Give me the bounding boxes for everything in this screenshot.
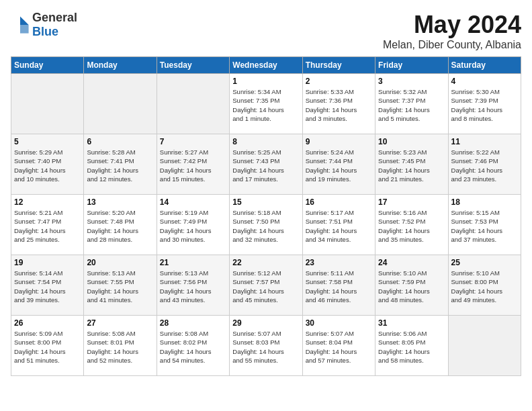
calendar-cell: 15Sunrise: 5:18 AM Sunset: 7:50 PM Dayli… (230, 195, 302, 255)
calendar-cell: 30Sunrise: 5:07 AM Sunset: 8:04 PM Dayli… (302, 316, 375, 376)
calendar-cell (84, 74, 157, 134)
day-info: Sunrise: 5:18 AM Sunset: 7:50 PM Dayligh… (232, 208, 299, 244)
day-number: 9 (306, 137, 372, 146)
calendar-cell: 6Sunrise: 5:28 AM Sunset: 7:41 PM Daylig… (84, 134, 157, 195)
calendar-table: SundayMondayTuesdayWednesdayThursdayFrid… (11, 56, 521, 376)
day-number: 20 (87, 258, 153, 267)
day-number: 25 (451, 258, 518, 267)
day-number: 17 (378, 197, 445, 207)
svg-marker-1 (20, 25, 29, 34)
calendar-cell: 23Sunrise: 5:11 AM Sunset: 7:58 PM Dayli… (302, 255, 375, 316)
day-info: Sunrise: 5:08 AM Sunset: 8:02 PM Dayligh… (160, 329, 226, 365)
calendar-cell: 18Sunrise: 5:15 AM Sunset: 7:53 PM Dayli… (448, 195, 521, 255)
day-info: Sunrise: 5:28 AM Sunset: 7:41 PM Dayligh… (87, 148, 153, 183)
logo: General Blue (11, 11, 77, 39)
day-info: Sunrise: 5:30 AM Sunset: 7:39 PM Dayligh… (451, 87, 518, 123)
day-number: 24 (378, 258, 445, 267)
weekday-header-saturday: Saturday (448, 57, 521, 74)
calendar-week-2: 5Sunrise: 5:29 AM Sunset: 7:40 PM Daylig… (11, 134, 521, 195)
day-info: Sunrise: 5:11 AM Sunset: 7:58 PM Dayligh… (306, 269, 372, 304)
day-info: Sunrise: 5:15 AM Sunset: 7:53 PM Dayligh… (451, 208, 518, 244)
calendar-week-1: 1Sunrise: 5:34 AM Sunset: 7:35 PM Daylig… (11, 74, 521, 134)
calendar-cell: 16Sunrise: 5:17 AM Sunset: 7:51 PM Dayli… (302, 195, 375, 255)
logo-blue: Blue (32, 25, 58, 38)
day-number: 31 (378, 318, 445, 328)
svg-marker-0 (20, 16, 29, 25)
calendar-cell: 26Sunrise: 5:09 AM Sunset: 8:00 PM Dayli… (11, 316, 84, 376)
day-number: 1 (232, 77, 299, 86)
day-number: 27 (87, 318, 153, 328)
day-number: 8 (232, 137, 299, 146)
calendar-cell: 24Sunrise: 5:10 AM Sunset: 7:59 PM Dayli… (375, 255, 448, 316)
calendar-cell (157, 74, 229, 134)
calendar-cell: 31Sunrise: 5:06 AM Sunset: 8:05 PM Dayli… (375, 316, 448, 376)
logo-general: General (32, 11, 77, 24)
day-info: Sunrise: 5:06 AM Sunset: 8:05 PM Dayligh… (378, 329, 445, 365)
calendar-cell: 1Sunrise: 5:34 AM Sunset: 7:35 PM Daylig… (230, 74, 302, 134)
calendar-cell: 17Sunrise: 5:16 AM Sunset: 7:52 PM Dayli… (375, 195, 448, 255)
logo-icon (11, 15, 30, 34)
day-number: 6 (87, 137, 153, 146)
day-number: 19 (14, 258, 81, 267)
day-info: Sunrise: 5:08 AM Sunset: 8:01 PM Dayligh… (87, 329, 153, 365)
calendar-cell: 12Sunrise: 5:21 AM Sunset: 7:47 PM Dayli… (11, 195, 84, 255)
calendar-cell: 2Sunrise: 5:33 AM Sunset: 7:36 PM Daylig… (302, 74, 375, 134)
calendar-cell: 27Sunrise: 5:08 AM Sunset: 8:01 PM Dayli… (84, 316, 157, 376)
day-info: Sunrise: 5:10 AM Sunset: 7:59 PM Dayligh… (378, 269, 445, 304)
calendar-cell: 20Sunrise: 5:13 AM Sunset: 7:55 PM Dayli… (84, 255, 157, 316)
day-number: 13 (87, 197, 153, 207)
day-info: Sunrise: 5:20 AM Sunset: 7:48 PM Dayligh… (87, 208, 153, 244)
calendar-cell: 22Sunrise: 5:12 AM Sunset: 7:57 PM Dayli… (230, 255, 302, 316)
calendar-cell: 4Sunrise: 5:30 AM Sunset: 7:39 PM Daylig… (448, 74, 521, 134)
day-number: 4 (451, 77, 518, 86)
weekday-header-thursday: Thursday (302, 57, 375, 74)
day-info: Sunrise: 5:13 AM Sunset: 7:56 PM Dayligh… (160, 269, 226, 304)
day-number: 28 (160, 318, 226, 328)
day-number: 30 (306, 318, 372, 328)
day-number: 14 (160, 197, 226, 207)
day-info: Sunrise: 5:33 AM Sunset: 7:36 PM Dayligh… (306, 87, 372, 123)
calendar-cell: 3Sunrise: 5:32 AM Sunset: 7:37 PM Daylig… (375, 74, 448, 134)
calendar-cell: 29Sunrise: 5:07 AM Sunset: 8:03 PM Dayli… (230, 316, 302, 376)
calendar-cell: 11Sunrise: 5:22 AM Sunset: 7:46 PM Dayli… (448, 134, 521, 195)
day-info: Sunrise: 5:12 AM Sunset: 7:57 PM Dayligh… (232, 269, 299, 304)
calendar-cell: 5Sunrise: 5:29 AM Sunset: 7:40 PM Daylig… (11, 134, 84, 195)
logo-text: General Blue (32, 11, 77, 39)
day-info: Sunrise: 5:21 AM Sunset: 7:47 PM Dayligh… (14, 208, 81, 244)
calendar-week-5: 26Sunrise: 5:09 AM Sunset: 8:00 PM Dayli… (11, 316, 521, 376)
day-number: 3 (378, 77, 445, 86)
day-number: 15 (232, 197, 299, 207)
weekday-header-friday: Friday (375, 57, 448, 74)
day-number: 5 (14, 137, 81, 146)
month-title: May 2024 (383, 11, 521, 39)
day-info: Sunrise: 5:24 AM Sunset: 7:44 PM Dayligh… (306, 148, 372, 183)
calendar-cell (11, 74, 84, 134)
calendar-week-4: 19Sunrise: 5:14 AM Sunset: 7:54 PM Dayli… (11, 255, 521, 316)
day-number: 22 (232, 258, 299, 267)
day-number: 2 (306, 77, 372, 86)
day-info: Sunrise: 5:14 AM Sunset: 7:54 PM Dayligh… (14, 269, 81, 304)
day-info: Sunrise: 5:32 AM Sunset: 7:37 PM Dayligh… (378, 87, 445, 123)
weekday-header-wednesday: Wednesday (230, 57, 302, 74)
day-info: Sunrise: 5:07 AM Sunset: 8:04 PM Dayligh… (306, 329, 372, 365)
title-block: May 2024 Melan, Diber County, Albania (383, 11, 521, 51)
calendar-cell: 13Sunrise: 5:20 AM Sunset: 7:48 PM Dayli… (84, 195, 157, 255)
weekday-header-row: SundayMondayTuesdayWednesdayThursdayFrid… (11, 57, 521, 74)
day-number: 21 (160, 258, 226, 267)
calendar-cell (448, 316, 521, 376)
day-number: 7 (160, 137, 226, 146)
day-number: 11 (451, 137, 518, 146)
day-info: Sunrise: 5:10 AM Sunset: 8:00 PM Dayligh… (451, 269, 518, 304)
day-info: Sunrise: 5:17 AM Sunset: 7:51 PM Dayligh… (306, 208, 372, 244)
day-number: 10 (378, 137, 445, 146)
calendar-week-3: 12Sunrise: 5:21 AM Sunset: 7:47 PM Dayli… (11, 195, 521, 255)
weekday-header-tuesday: Tuesday (157, 57, 229, 74)
weekday-header-monday: Monday (84, 57, 157, 74)
calendar-cell: 10Sunrise: 5:23 AM Sunset: 7:45 PM Dayli… (375, 134, 448, 195)
location-title: Melan, Diber County, Albania (383, 39, 521, 51)
day-info: Sunrise: 5:29 AM Sunset: 7:40 PM Dayligh… (14, 148, 81, 183)
calendar-cell: 7Sunrise: 5:27 AM Sunset: 7:42 PM Daylig… (157, 134, 229, 195)
calendar-cell: 8Sunrise: 5:25 AM Sunset: 7:43 PM Daylig… (230, 134, 302, 195)
day-number: 23 (306, 258, 372, 267)
day-info: Sunrise: 5:25 AM Sunset: 7:43 PM Dayligh… (232, 148, 299, 183)
